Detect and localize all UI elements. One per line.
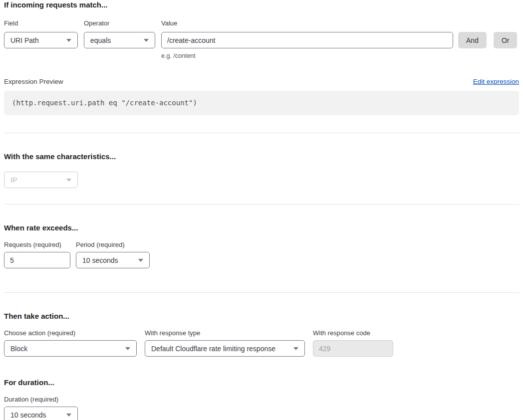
action-row: Choose action (required) Block With resp…	[4, 329, 519, 357]
duration-select-value: 10 seconds	[10, 411, 46, 419]
response-type-group: With response type Default Cloudflare ra…	[145, 329, 305, 357]
chevron-down-icon	[66, 179, 71, 182]
requests-input[interactable]	[4, 252, 70, 268]
section-divider	[4, 204, 519, 205]
section-action: Then take action... Choose action (requi…	[4, 311, 519, 357]
action-heading: Then take action...	[4, 311, 519, 321]
period-select[interactable]: 10 seconds	[76, 252, 150, 268]
expression-preview-header: Expression Preview Edit expression	[4, 78, 519, 85]
requests-group: Requests (required)	[4, 241, 70, 268]
response-code-input	[313, 340, 393, 357]
section-rate: When rate exceeds... Requests (required)…	[4, 223, 519, 268]
duration-select[interactable]: 10 seconds	[4, 407, 78, 420]
value-helper-text: e.g. /content	[161, 52, 453, 59]
rate-heading: When rate exceeds...	[4, 223, 519, 233]
operator-group: Operator equals	[84, 19, 155, 48]
field-select-value: URI Path	[10, 36, 39, 44]
choose-action-select[interactable]: Block	[4, 340, 137, 357]
characteristics-heading: With the same characteristics...	[4, 152, 519, 162]
characteristic-select-value: IP	[10, 176, 17, 184]
chevron-down-icon	[144, 39, 149, 42]
or-button[interactable]: Or	[494, 32, 518, 48]
duration-label: Duration (required)	[4, 396, 78, 403]
period-group: Period (required) 10 seconds	[76, 241, 150, 268]
operator-select-value: equals	[90, 36, 111, 44]
response-type-select[interactable]: Default Cloudflare rate limiting respons…	[145, 340, 305, 357]
field-select[interactable]: URI Path	[4, 32, 78, 48]
value-label: Value	[161, 19, 453, 27]
section-characteristics: With the same characteristics... IP	[4, 152, 519, 188]
rate-row: Requests (required) Period (required) 10…	[4, 241, 519, 268]
expression-builder-row: Field URI Path Operator equals Value e.g…	[4, 19, 519, 59]
response-type-label: With response type	[145, 329, 305, 337]
chevron-down-icon	[66, 414, 71, 417]
period-label: Period (required)	[76, 241, 150, 248]
chevron-down-icon	[125, 347, 130, 350]
section-duration: For duration... Duration (required) 10 s…	[4, 378, 519, 420]
section-divider	[4, 133, 519, 133]
response-code-label: With response code	[313, 329, 393, 337]
duration-group: Duration (required) 10 seconds	[4, 396, 78, 420]
edit-expression-link[interactable]: Edit expression	[473, 78, 519, 85]
chevron-down-icon	[293, 347, 298, 350]
response-code-group: With response code	[313, 329, 393, 357]
chevron-down-icon	[66, 39, 71, 42]
requests-label: Requests (required)	[4, 241, 70, 248]
choose-action-group: Choose action (required) Block	[4, 329, 137, 357]
response-type-select-value: Default Cloudflare rate limiting respons…	[151, 345, 275, 353]
operator-select[interactable]: equals	[84, 32, 155, 48]
expression-preview-label: Expression Preview	[4, 78, 63, 85]
section-match: If incoming requests match... Field URI …	[4, 0, 519, 115]
expression-preview-code: (http.request.uri.path eq "/create-accou…	[4, 91, 519, 115]
duration-heading: For duration...	[4, 378, 519, 388]
field-label: Field	[4, 19, 78, 27]
section-divider	[4, 292, 519, 293]
value-input[interactable]	[161, 32, 453, 48]
period-select-value: 10 seconds	[82, 256, 118, 264]
operator-label: Operator	[84, 19, 155, 27]
match-heading: If incoming requests match...	[4, 0, 519, 10]
field-group: Field URI Path	[4, 19, 78, 48]
chevron-down-icon	[138, 259, 143, 262]
characteristic-select[interactable]: IP	[4, 172, 78, 188]
choose-action-select-value: Block	[10, 345, 27, 353]
choose-action-label: Choose action (required)	[4, 329, 137, 337]
value-group: Value e.g. /content	[161, 19, 453, 59]
and-button[interactable]: And	[458, 32, 487, 48]
rate-limit-rule-form: If incoming requests match... Field URI …	[0, 0, 523, 420]
